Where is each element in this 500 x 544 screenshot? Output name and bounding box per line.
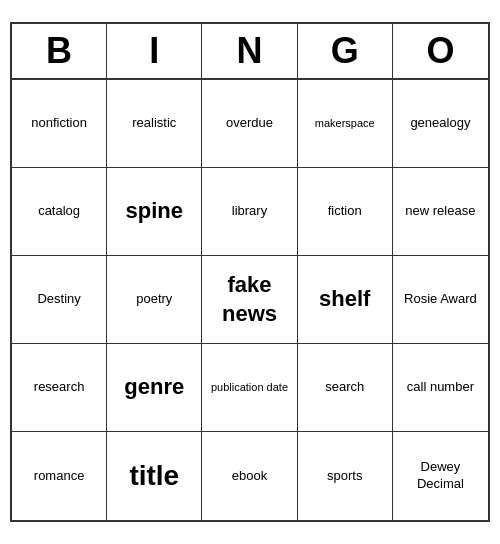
bingo-cell[interactable]: publication date [202,344,297,432]
bingo-cell[interactable]: romance [12,432,107,520]
bingo-cell[interactable]: search [298,344,393,432]
bingo-cell[interactable]: research [12,344,107,432]
header-letter: O [393,24,488,78]
bingo-cell[interactable]: ebook [202,432,297,520]
bingo-cell[interactable]: title [107,432,202,520]
header-letter: I [107,24,202,78]
bingo-cell[interactable]: fiction [298,168,393,256]
bingo-card: BINGO nonfictionrealisticoverduemakerspa… [10,22,490,522]
bingo-cell[interactable]: genre [107,344,202,432]
bingo-cell[interactable]: catalog [12,168,107,256]
bingo-cell[interactable]: nonfiction [12,80,107,168]
header-letter: G [298,24,393,78]
bingo-cell[interactable]: shelf [298,256,393,344]
bingo-grid: nonfictionrealisticoverduemakerspacegene… [12,80,488,520]
bingo-cell[interactable]: realistic [107,80,202,168]
bingo-cell[interactable]: sports [298,432,393,520]
header-letter: N [202,24,297,78]
bingo-cell[interactable]: overdue [202,80,297,168]
bingo-cell[interactable]: genealogy [393,80,488,168]
header-letter: B [12,24,107,78]
bingo-cell[interactable]: fake news [202,256,297,344]
bingo-cell[interactable]: Dewey Decimal [393,432,488,520]
bingo-cell[interactable]: new release [393,168,488,256]
bingo-cell[interactable]: spine [107,168,202,256]
bingo-cell[interactable]: poetry [107,256,202,344]
bingo-cell[interactable]: makerspace [298,80,393,168]
bingo-cell[interactable]: library [202,168,297,256]
bingo-cell[interactable]: Rosie Award [393,256,488,344]
bingo-header: BINGO [12,24,488,80]
bingo-cell[interactable]: call number [393,344,488,432]
bingo-cell[interactable]: Destiny [12,256,107,344]
